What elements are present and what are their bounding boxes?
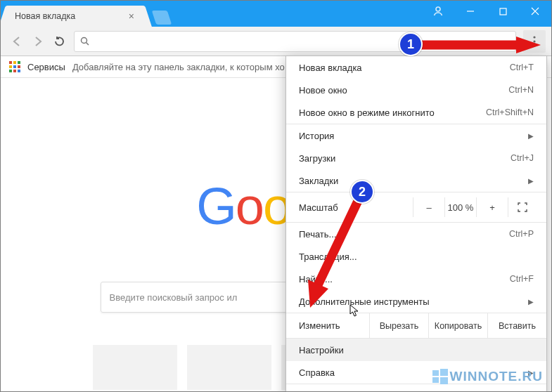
svg-point-9 xyxy=(533,44,535,46)
window-minimize-button[interactable] xyxy=(454,1,487,22)
svg-rect-2 xyxy=(500,8,506,15)
forward-button[interactable] xyxy=(27,31,49,52)
menu-exit[interactable]: ВыходCtrl+Shift+Q xyxy=(286,384,546,392)
browser-tab[interactable]: Новая вкладка × xyxy=(6,6,144,27)
menu-zoom: Масштаб – 100 % + xyxy=(286,192,546,222)
svg-rect-12 xyxy=(432,377,439,383)
watermark-text: WINNOTE.RU xyxy=(450,369,543,384)
search-placeholder: Введите поисковый запрос ил xyxy=(110,292,238,303)
chrome-menu: Новая вкладкаCtrl+T Новое окноCtrl+N Нов… xyxy=(285,55,547,392)
fullscreen-button[interactable] xyxy=(508,197,537,217)
menu-history[interactable]: История▶ xyxy=(286,124,546,147)
menu-cut[interactable]: Вырезать xyxy=(369,313,428,338)
menu-copy[interactable]: Копировать xyxy=(428,313,487,338)
window-close-button[interactable] xyxy=(519,1,551,22)
menu-paste[interactable]: Вставить xyxy=(487,313,546,338)
menu-settings[interactable]: Настройки xyxy=(286,339,546,361)
close-tab-icon[interactable]: × xyxy=(129,11,134,21)
menu-edit: Изменить Вырезать Копировать Вставить xyxy=(286,313,546,338)
bookmarks-services-label[interactable]: Сервисы xyxy=(27,62,65,72)
svg-point-7 xyxy=(533,36,535,38)
menu-new-incognito[interactable]: Новое окно в режиме инкогнитоCtrl+Shift+… xyxy=(286,101,546,124)
new-tab-button[interactable] xyxy=(152,11,172,25)
mv-tile[interactable] xyxy=(187,345,271,390)
menu-bookmarks[interactable]: Закладки▶ xyxy=(286,169,546,192)
windows-logo-icon xyxy=(432,369,448,384)
mv-tile[interactable] xyxy=(93,345,177,390)
svg-rect-11 xyxy=(440,369,448,376)
window-maximize-button[interactable] xyxy=(487,1,519,22)
svg-rect-10 xyxy=(432,370,439,376)
svg-line-6 xyxy=(86,43,89,46)
svg-point-8 xyxy=(533,40,535,42)
browser-toolbar xyxy=(1,27,551,56)
svg-point-0 xyxy=(436,7,440,11)
tab-title: Новая вкладка xyxy=(15,11,129,21)
watermark: WINNOTE.RU xyxy=(432,369,543,384)
window-titlebar: Новая вкладка × xyxy=(1,1,551,27)
kebab-icon xyxy=(533,36,536,47)
chevron-right-icon: ▶ xyxy=(528,298,534,306)
chevron-right-icon: ▶ xyxy=(528,177,534,185)
apps-icon[interactable] xyxy=(9,61,20,72)
profile-icon[interactable] xyxy=(422,1,454,22)
svg-rect-13 xyxy=(440,377,448,384)
address-bar[interactable] xyxy=(74,31,516,52)
zoom-out-button[interactable]: – xyxy=(413,197,444,217)
svg-point-5 xyxy=(82,38,87,44)
chevron-right-icon: ▶ xyxy=(528,132,534,140)
menu-print[interactable]: Печать...Ctrl+P xyxy=(286,223,546,245)
menu-find[interactable]: Найти...Ctrl+F xyxy=(286,268,546,290)
search-icon xyxy=(80,37,89,46)
back-button[interactable] xyxy=(6,31,27,52)
menu-downloads[interactable]: ЗагрузкиCtrl+J xyxy=(286,147,546,169)
bookmarks-empty-hint: Добавляйте на эту панель закладки, к кот… xyxy=(72,62,285,72)
fullscreen-icon xyxy=(518,202,527,212)
zoom-in-button[interactable]: + xyxy=(476,197,508,217)
zoom-value: 100 % xyxy=(444,197,476,217)
menu-new-tab[interactable]: Новая вкладкаCtrl+T xyxy=(286,56,546,79)
reload-button[interactable] xyxy=(49,31,70,52)
menu-cast[interactable]: Трансляция... xyxy=(286,245,546,268)
chrome-menu-button[interactable] xyxy=(523,30,546,53)
menu-new-window[interactable]: Новое окноCtrl+N xyxy=(286,79,546,101)
menu-more-tools[interactable]: Дополнительные инструменты▶ xyxy=(286,290,546,313)
